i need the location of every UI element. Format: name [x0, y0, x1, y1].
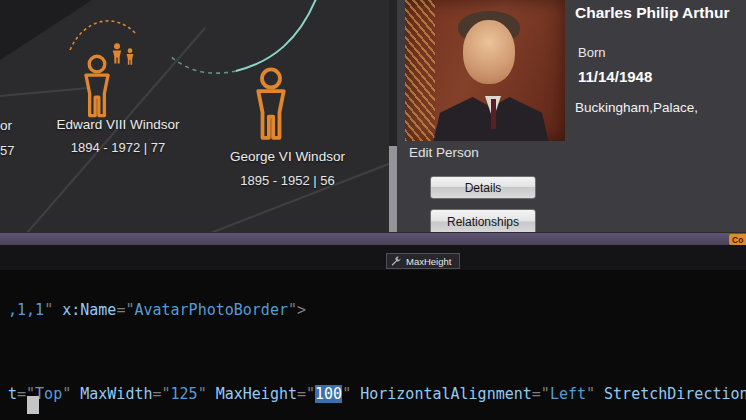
person-icon-george[interactable]	[258, 69, 283, 137]
photo-tie	[491, 99, 496, 129]
person-name-label[interactable]: Edward VIII Windsor	[38, 117, 198, 132]
relationship-curve	[236, 0, 318, 71]
parent-link-arc	[70, 21, 136, 50]
completion-item-label: MaxHeight	[406, 256, 451, 267]
xaml-designer-surface: Edward VIII Windsor 1894 - 1972 | 77 Geo…	[0, 0, 746, 232]
intellisense-completion-item[interactable]: MaxHeight	[386, 253, 460, 269]
family-tree-canvas[interactable]: Edward VIII Windsor 1894 - 1972 | 77 Geo…	[0, 0, 397, 232]
edit-person-section-title: Edit Person	[409, 145, 479, 160]
person-full-name-title: Charles Philip Arthur	[575, 4, 745, 22]
code-line[interactable]: ,1,1" x:Name="AvatarPhotoBorder">	[8, 301, 306, 319]
property-wrench-icon	[391, 256, 402, 267]
code-line[interactable]: t="Top" MaxWidth="125" MaxHeight="100" H…	[8, 385, 746, 403]
clipped-person-name-fragment: or	[0, 118, 12, 133]
born-label: Born	[578, 45, 605, 60]
person-details-panel: Charles Philip Arthur Born 11/14/1948 Bu…	[397, 0, 746, 232]
splitter-badge[interactable]: Co	[729, 234, 746, 245]
person-years-label: 1894 - 1972 | 77	[38, 140, 198, 155]
person-years-label: 1895 - 1952 | 56	[205, 173, 370, 188]
relationships-button[interactable]: Relationships	[430, 209, 536, 232]
editor-top-strip: MaxHeight	[0, 245, 746, 270]
clipped-person-years-fragment: 57	[0, 143, 14, 158]
person-photo	[405, 0, 565, 141]
photo-background-pattern	[405, 0, 435, 141]
photo-face	[463, 20, 515, 84]
family-group-icon-2	[127, 48, 134, 64]
relationship-curve-dashed	[170, 56, 236, 73]
person-icon-edward[interactable]	[86, 56, 108, 115]
family-tree-graphics	[0, 0, 397, 232]
app-window: Edward VIII Windsor 1894 - 1972 | 77 Geo…	[0, 0, 746, 420]
born-place-value: Buckingham,Palace,	[575, 100, 746, 115]
scrollbar-thumb[interactable]	[389, 146, 397, 232]
born-date-value: 11/14/1948	[578, 68, 652, 85]
panel-scrollbar[interactable]	[389, 0, 397, 232]
person-name-label[interactable]: George VI Windsor	[205, 149, 370, 164]
details-button[interactable]: Details	[430, 176, 536, 199]
editor-caret-block	[27, 396, 39, 414]
family-group-icon	[113, 43, 121, 63]
designer-xaml-splitter[interactable]: Co	[0, 232, 746, 245]
xaml-code-editor[interactable]: ,1,1" x:Name="AvatarPhotoBorder"> t="Top…	[0, 270, 746, 420]
